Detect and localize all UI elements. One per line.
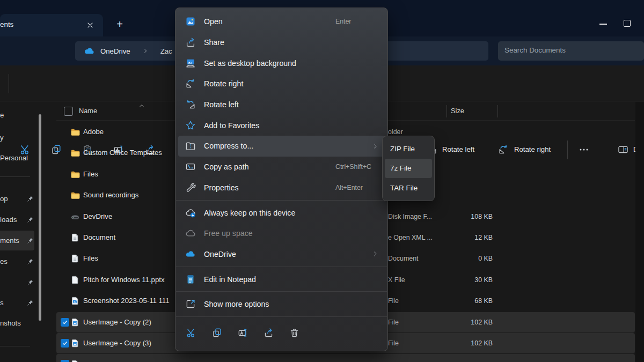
menu-item-label: Rotate left [204,100,239,109]
pin-icon [27,258,34,265]
chevron-right-icon [372,250,379,257]
file-type: older [388,128,403,136]
menu-item-share[interactable]: Share [175,32,387,53]
star-icon [185,120,196,131]
cloud-download-icon [185,208,196,218]
minimize-button[interactable] [592,16,614,32]
submenu-item-7z-file[interactable]: 7z File [385,159,432,179]
pin-icon [27,299,34,306]
menu-item-properties[interactable]: Properties Alt+Enter [175,178,387,198]
menu-item-label: Always keep on this device [204,209,295,217]
file-type: File [388,319,399,326]
sidebar-item-onedrive-personal[interactable]: Personal [0,153,28,164]
minimize-icon [599,24,607,25]
file-size: 68 KB [439,297,493,305]
file-size: 108 KB [439,213,493,220]
file-name: Files [83,170,98,178]
compress-icon [185,141,196,151]
search-input[interactable]: Search Documents [498,41,644,61]
menu-separator [176,316,387,317]
file-name: Files [83,254,98,262]
show-more-icon [185,299,196,309]
submenu-item-zip-file[interactable]: ZIP File [385,139,432,159]
pin-icon [27,279,34,286]
breadcrumb-root[interactable]: OneDrive [100,47,130,55]
menu-item-edit-in-notepad[interactable]: Edit in Notepad [175,269,387,290]
menu-item-compress-to[interactable]: Compress to... [178,136,385,157]
menu-item-rotate-left[interactable]: Rotate left [175,94,387,115]
file-name: Pitch for Windows 11.pptx [83,276,164,284]
sidebar-item-screenshots[interactable]: nshots [0,318,21,329]
sidebar-scrollbar[interactable] [39,114,41,321]
column-divider[interactable] [497,105,498,117]
maximize-icon [624,20,631,27]
sidebar-item-documents[interactable]: ments [0,235,19,246]
sidebar-item-videos[interactable]: s [0,298,4,308]
sidebar-item-label: ments [0,237,19,245]
sidebar-item-label: loads [0,216,17,224]
sidebar-item-downloads[interactable]: loads [0,215,17,225]
menu-item-show-more-options[interactable]: Show more options [175,294,387,315]
pin-icon [27,216,34,223]
tab-close-icon[interactable] [86,21,94,29]
copy-button[interactable] [207,323,226,343]
sidebar-item-label: es [0,257,8,265]
file-name: Sound recordings [83,191,138,199]
file-type: Document [388,255,418,262]
sidebar-item-desktop[interactable]: op [0,194,8,204]
breadcrumb-folder[interactable]: Zac [160,47,172,55]
sidebar-item-pictures[interactable]: es [0,256,8,267]
wrench-icon [185,182,196,193]
delete-button[interactable] [284,323,304,343]
submenu-item-tar-file[interactable]: TAR File [385,178,432,198]
sidebar-item-label: s [0,299,4,307]
desktop-background-icon [185,58,196,69]
sidebar-item-gallery[interactable]: y [0,132,4,143]
table-row-selected-partial[interactable] [56,354,635,362]
maximize-button[interactable] [617,16,639,32]
context-menu: Open Enter Share Set as desktop backgrou… [175,8,388,351]
menu-item-set-as-desktop-background[interactable]: Set as desktop background [175,53,387,73]
copy-path-icon [185,161,196,172]
file-type: X File [388,276,405,284]
column-header-size[interactable]: Size [451,106,464,116]
file-name: Adobe [83,128,104,136]
cut-button[interactable] [181,323,201,343]
menu-item-onedrive[interactable]: OneDrive [175,244,387,265]
column-header-name[interactable]: Name [79,106,97,116]
menu-item-always-keep-on-device[interactable]: Always keep on this device [175,202,387,223]
share-icon [185,37,196,48]
checkbox-checked[interactable] [61,360,69,362]
sidebar-item-label: op [0,195,8,203]
file-type: File [388,297,399,305]
tab-documents[interactable]: ents [0,14,103,36]
share-button[interactable] [259,323,278,343]
menu-item-free-up-space: Free up space [175,223,387,244]
new-tab-button[interactable]: + [113,18,127,32]
tab-label: ents [0,19,13,30]
rotate-right-icon [185,78,196,89]
menu-item-add-to-favorites[interactable]: Add to Favorites [175,115,387,136]
checkbox-checked[interactable] [61,318,69,327]
notepad-icon [185,274,196,285]
menu-item-label: OneDrive [204,250,236,258]
menu-item-open[interactable]: Open Enter [175,11,387,32]
select-all-checkbox[interactable] [64,107,73,116]
menu-separator [176,291,387,292]
menu-item-label: Free up space [204,229,253,238]
column-divider[interactable] [447,105,447,117]
file-name: Custom Office Templates [83,149,162,157]
rename-button[interactable] [233,323,252,343]
file-type: Disk Image F... [388,213,432,220]
toolbar-divider [9,74,9,93]
file-size: 12 KB [439,234,493,241]
search-placeholder: Search Documents [504,46,566,54]
photo-icon [185,16,196,27]
menu-item-label: Edit in Notepad [204,275,256,284]
menu-item-copy-as-path[interactable]: Copy as path Ctrl+Shift+C [175,157,387,178]
menu-item-label: Rotate right [204,79,243,88]
sidebar-item-home[interactable]: e [0,110,4,121]
checkbox-checked[interactable] [61,339,69,348]
sort-asc-icon[interactable] [138,102,145,109]
menu-item-rotate-right[interactable]: Rotate right [175,73,387,94]
